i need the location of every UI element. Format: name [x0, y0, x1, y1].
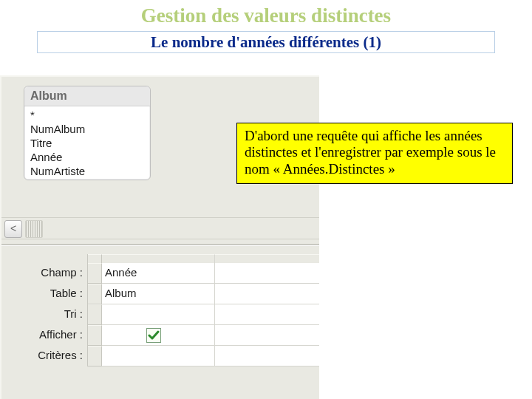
- table-field[interactable]: NumAlbum: [24, 122, 150, 136]
- nav-back-button[interactable]: <: [4, 220, 22, 238]
- cell-empty[interactable]: [215, 346, 319, 366]
- cell-criteres[interactable]: [102, 346, 215, 366]
- cell-table[interactable]: Album: [102, 284, 215, 304]
- cell-empty[interactable]: [215, 325, 319, 346]
- row-label-champ: Champ :: [1, 263, 88, 284]
- grip-icon[interactable]: [25, 220, 43, 238]
- design-grid: Champ : Année Table : Album Tri : Affich…: [1, 254, 319, 366]
- row-label-criteres: Critères :: [1, 346, 88, 366]
- row-selector[interactable]: [88, 284, 102, 304]
- cell-empty[interactable]: [215, 284, 319, 304]
- row-selector[interactable]: [88, 346, 102, 366]
- cell-champ[interactable]: Année: [102, 263, 215, 284]
- slide-subtitle: Le nombre d'années différentes (1): [37, 31, 495, 53]
- table-field[interactable]: Titre: [24, 136, 150, 150]
- table-field[interactable]: Année: [24, 150, 150, 164]
- row-label-tri: Tri :: [1, 304, 88, 325]
- table-card-album[interactable]: Album * NumAlbum Titre Année NumArtiste: [24, 86, 151, 180]
- table-field[interactable]: NumArtiste: [24, 164, 150, 178]
- cell-empty[interactable]: [215, 263, 319, 284]
- row-selector[interactable]: [88, 304, 102, 325]
- table-field[interactable]: *: [24, 108, 150, 122]
- table-field-list: * NumAlbum Titre Année NumArtiste: [24, 106, 150, 180]
- checkmark-icon: [148, 330, 160, 341]
- row-label-table: Table :: [1, 284, 88, 304]
- row-label-afficher: Afficher :: [1, 325, 88, 346]
- qbe-toolbar: <: [1, 217, 319, 239]
- show-checkbox[interactable]: [146, 328, 161, 343]
- table-card-title: Album: [24, 86, 150, 106]
- cell-afficher[interactable]: [102, 325, 215, 346]
- cell-empty[interactable]: [215, 304, 319, 325]
- row-selector[interactable]: [88, 325, 102, 346]
- explanation-callout: D'abord une requête qui affiche les anné…: [236, 123, 513, 184]
- slide-heading: Gestion des valeurs distinctes: [0, 4, 532, 27]
- horizontal-splitter[interactable]: [1, 244, 319, 246]
- chevron-left-icon: <: [10, 222, 16, 234]
- cell-tri[interactable]: [102, 304, 215, 325]
- row-selector[interactable]: [88, 263, 102, 284]
